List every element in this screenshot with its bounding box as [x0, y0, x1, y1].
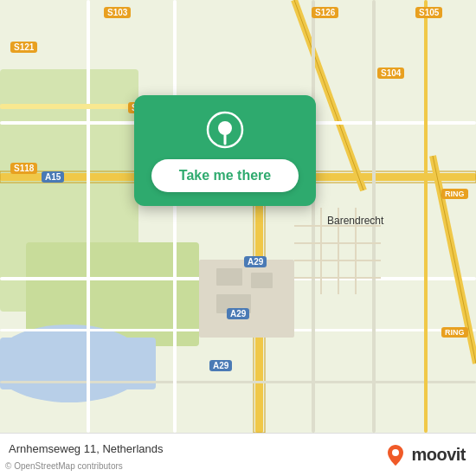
badge-s126: S126 [312, 7, 338, 18]
svg-point-37 [392, 449, 399, 456]
badge-s121: S121 [10, 42, 37, 53]
location-card: Take me there [134, 95, 316, 206]
svg-rect-16 [87, 0, 90, 433]
address-label: Arnhemseweg 11, Netherlands [9, 442, 164, 476]
svg-rect-32 [216, 268, 242, 286]
badge-s104: S104 [377, 68, 404, 79]
svg-rect-15 [0, 381, 476, 383]
badge-s103: S103 [104, 7, 131, 18]
badge-ring-2: RING [441, 327, 468, 338]
badge-s118-2: S118 [10, 163, 37, 174]
badge-a29-2: A29 [227, 308, 249, 319]
badge-a29-3: A29 [209, 360, 232, 371]
svg-rect-28 [294, 242, 381, 244]
svg-rect-20 [424, 0, 428, 433]
svg-rect-30 [294, 277, 381, 279]
badge-s105: S105 [415, 7, 442, 18]
moovit-logo: moovit [383, 443, 466, 467]
bottom-bar: © OpenStreetMap contributors Arnhemseweg… [0, 433, 476, 476]
svg-rect-17 [173, 0, 177, 433]
badge-a15-left: A15 [42, 171, 64, 183]
moovit-icon [383, 443, 408, 467]
badge-ring-1: RING [441, 189, 468, 199]
svg-rect-29 [294, 260, 381, 261]
osm-credit: © OpenStreetMap contributors [5, 461, 123, 471]
moovit-brand-text: moovit [411, 445, 466, 465]
svg-point-36 [218, 121, 232, 135]
svg-rect-24 [320, 208, 322, 294]
take-me-there-button[interactable]: Take me there [151, 159, 299, 192]
map-container: S103 S126 S105 S121 S118 S118 S104 A15 A… [0, 0, 476, 433]
badge-a29-1: A29 [244, 256, 267, 267]
location-pin-icon [206, 111, 244, 149]
city-label-barendrecht: Barendrecht [327, 215, 383, 227]
svg-rect-18 [312, 0, 315, 433]
svg-rect-33 [251, 273, 273, 288]
